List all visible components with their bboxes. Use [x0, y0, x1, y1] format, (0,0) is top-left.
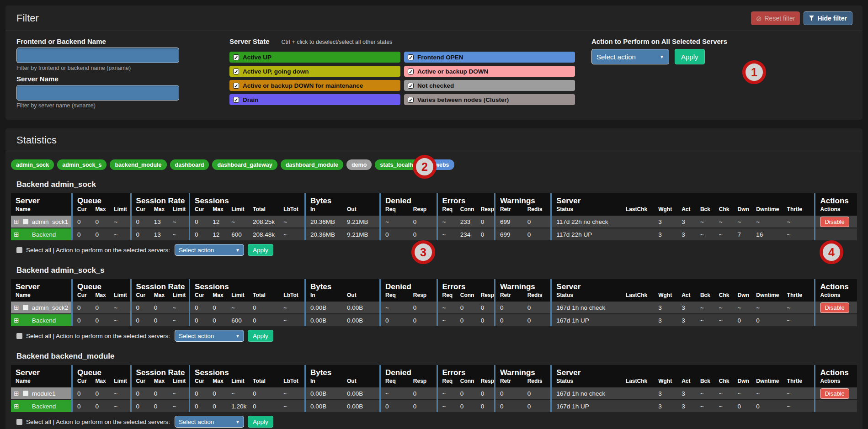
- disable-button[interactable]: Disable: [820, 388, 849, 399]
- state-active-up[interactable]: ✓Active UP: [229, 52, 400, 63]
- global-action-select[interactable]: Select action ▼: [591, 49, 669, 64]
- column-retr: Retr: [495, 292, 522, 302]
- cell: 0: [190, 216, 208, 228]
- cell: 0: [149, 302, 168, 314]
- column-cur: Cur: [190, 292, 208, 302]
- row-apply-button[interactable]: Apply: [248, 330, 273, 342]
- checkbox-checked-icon[interactable]: ✓: [408, 54, 414, 60]
- svname-input[interactable]: [16, 85, 179, 101]
- cell: ~: [696, 387, 714, 400]
- pxname-input[interactable]: [16, 48, 179, 63]
- state-frontend-open[interactable]: ✓Frontend OPEN: [404, 52, 575, 63]
- server-name-cell: ⊞module1: [11, 387, 72, 400]
- reset-icon: ⊘: [756, 15, 762, 22]
- disable-button[interactable]: Disable: [820, 302, 849, 313]
- cell: 0.00B: [342, 302, 380, 314]
- state-drain[interactable]: ✓Drain: [229, 94, 400, 105]
- column-thrtle: Thrtle: [783, 292, 815, 302]
- cell: 0.00B: [305, 400, 342, 412]
- select-all-label: Select all | Action to perform on the se…: [26, 333, 170, 339]
- column-group-errors: Errors: [437, 193, 495, 206]
- checkbox-checked-icon[interactable]: ✓: [233, 97, 239, 103]
- badge-demo[interactable]: demo: [346, 159, 372, 170]
- cell: ~: [714, 302, 733, 314]
- cell: 0: [91, 302, 109, 314]
- stats-table-backend-backend-module: ServerQueueSession RateSessionsBytesDeni…: [11, 365, 857, 412]
- column-resp: Resp: [409, 206, 437, 216]
- state-active-or-backup-down-for-maintenance[interactable]: ✓Active or backup DOWN for maintenance: [229, 80, 400, 91]
- cell: ~: [714, 387, 733, 400]
- global-apply-button[interactable]: Apply: [675, 49, 705, 64]
- row-apply-button[interactable]: Apply: [248, 244, 273, 256]
- expand-icon[interactable]: ⊞: [14, 390, 19, 397]
- server-name: admin_sock1: [32, 218, 69, 225]
- cell: 0: [72, 228, 91, 240]
- row-checkbox[interactable]: [23, 305, 28, 310]
- expand-icon[interactable]: ⊞: [14, 304, 19, 311]
- column-chk: Chk: [714, 292, 733, 302]
- select-all-checkbox[interactable]: [16, 419, 22, 425]
- cell: ~: [380, 302, 409, 314]
- select-all-checkbox[interactable]: [16, 247, 22, 253]
- row-action-select[interactable]: Select action▼: [175, 416, 244, 428]
- checkbox-checked-icon[interactable]: ✓: [408, 69, 414, 74]
- select-all-checkbox[interactable]: [16, 333, 22, 339]
- state-active-or-backup-down[interactable]: ✓Active or backup DOWN: [404, 66, 575, 77]
- row-checkbox[interactable]: [23, 391, 28, 396]
- row-action-select[interactable]: Select action▼: [175, 244, 244, 256]
- disable-button[interactable]: Disable: [820, 217, 849, 227]
- column-group-denied: Denied: [380, 193, 437, 206]
- column-status: Status: [551, 206, 621, 216]
- reset-filter-button[interactable]: ⊘ Reset filter: [751, 11, 800, 25]
- row-apply-button[interactable]: Apply: [248, 416, 273, 428]
- cell: 3: [677, 314, 696, 326]
- column-max: Max: [91, 292, 109, 302]
- hide-filter-button[interactable]: Hide filter: [804, 11, 852, 25]
- column-conn: Conn: [456, 292, 476, 302]
- column-thrtle: Thrtle: [783, 378, 815, 387]
- select-all-row: Select all | Action to perform on the se…: [16, 330, 857, 342]
- state-varies-between-nodes-cluster[interactable]: ✓Varies between nodes (Cluster): [404, 94, 575, 105]
- cell: 0: [131, 400, 149, 412]
- column-cur: Cur: [131, 206, 149, 216]
- column-group-queue: Queue: [72, 365, 131, 378]
- server-name-inner: ⊞admin_sock1: [14, 218, 69, 225]
- expand-icon[interactable]: ⊞: [14, 317, 19, 323]
- expand-icon[interactable]: ⊞: [14, 231, 19, 238]
- badge-admin-sock-s[interactable]: admin_sock_s: [57, 159, 107, 170]
- state-not-checked[interactable]: ✓Not checked: [404, 80, 575, 91]
- table-row: ⊞Backend00~013~012600208.48k~20.36MB9.21…: [11, 228, 857, 240]
- badge-dashboard-module[interactable]: dashboard_module: [281, 159, 343, 170]
- cell: 16: [751, 228, 782, 240]
- cell: 0: [149, 387, 168, 400]
- expand-icon[interactable]: ⊞: [14, 403, 19, 409]
- state-active-up-going-down[interactable]: ✓Active UP, going down: [229, 66, 400, 77]
- cell: ~: [279, 387, 305, 400]
- cell: ~: [696, 228, 714, 240]
- checkbox-checked-icon[interactable]: ✓: [408, 83, 414, 89]
- row-action-select-value: Select action: [179, 333, 214, 339]
- cell: 0: [409, 400, 437, 412]
- cell: ~: [783, 400, 815, 412]
- cell: 3: [654, 314, 677, 326]
- checkbox-checked-icon[interactable]: ✓: [233, 54, 239, 60]
- server-name-inner: ⊞Backend: [14, 231, 69, 238]
- column-group-bytes: Bytes: [305, 365, 380, 378]
- badge-backend-module[interactable]: backend_module: [110, 159, 166, 170]
- column-max: Max: [91, 378, 109, 387]
- row-action-select[interactable]: Select action▼: [175, 330, 244, 342]
- badge-dashboard[interactable]: dashboard: [170, 159, 209, 170]
- row-checkbox[interactable]: [23, 219, 28, 224]
- cell: ~: [437, 400, 456, 412]
- checkbox-checked-icon[interactable]: ✓: [408, 97, 414, 103]
- checkbox-checked-icon[interactable]: ✓: [233, 83, 239, 89]
- checkbox-checked-icon[interactable]: ✓: [233, 69, 239, 74]
- badge-dashboard-gateway[interactable]: dashboard_gateway: [212, 159, 277, 170]
- column-cur: Cur: [72, 206, 91, 216]
- statistics-panel: Statistics admin_sockadmin_sock_sbackend…: [5, 128, 863, 429]
- badge-admin-sock[interactable]: admin_sock: [11, 159, 54, 170]
- backend-name: Backend: [32, 231, 56, 238]
- column-group-sessions: Sessions: [190, 279, 305, 292]
- expand-icon[interactable]: ⊞: [14, 218, 19, 225]
- column-bck: Bck: [696, 378, 714, 387]
